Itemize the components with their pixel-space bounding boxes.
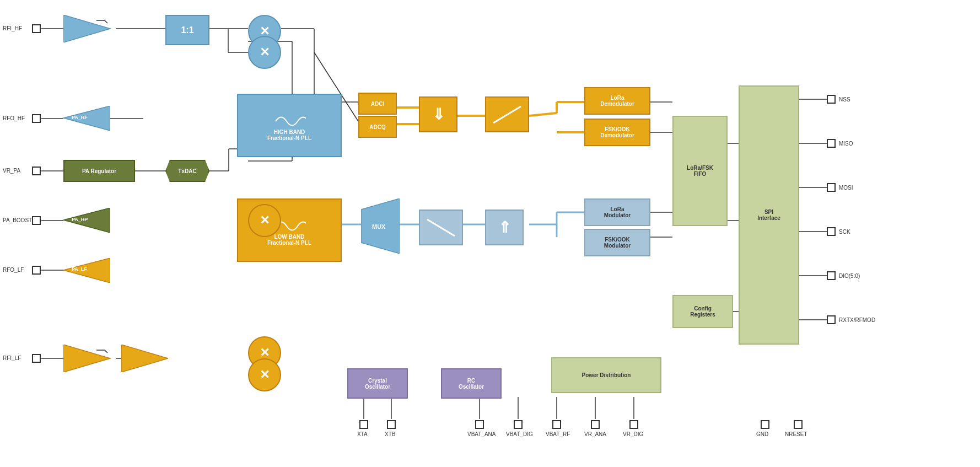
rfi-lf-terminal [32,354,41,363]
svg-marker-63 [63,345,110,372]
power-distribution-block: Power Distribution [551,357,661,393]
vbat-ana-label: VBAT_ANA [467,431,496,437]
adcq-block: ADCQ [358,116,397,138]
vbat-dig-label: VBAT_DIG [506,431,533,437]
pa-boost-label: PA_BOOST [3,217,32,223]
nss-label: NSS [839,96,850,103]
upsample-block: ⇑ [485,210,524,245]
dio-terminal [827,271,836,280]
crystal-oscillator-block: Crystal Oscillator [347,368,408,399]
pa-regulator-block: PA Regulator [63,160,135,182]
mux-block: MUX [361,198,400,254]
gnd-terminal [761,420,769,429]
sck-terminal [827,227,836,236]
dio-label: DIO(5:0) [839,273,860,279]
nreset-terminal [794,420,803,429]
rx-filter-block [485,96,529,132]
svg-text:MUX: MUX [372,223,386,230]
svg-line-59 [105,20,107,23]
gnd-label: GND [756,431,768,437]
vbat-rf-terminal [552,420,561,429]
vbat-rf-label: VBAT_RF [546,431,570,437]
rxtx-label: RXTX/RFMOD [839,317,875,323]
rfo-lf-terminal [32,266,41,275]
vr-dig-terminal [629,420,638,429]
lora-fsk-fifo-block: LoRa/FSK FIFO [672,116,728,226]
svg-marker-66 [121,345,168,372]
rfo-hf-terminal [32,114,41,123]
rfi-lf-label: RFI_LF [3,355,21,361]
mosi-terminal [827,183,836,192]
lna-lf-triangle [63,345,116,372]
mixer-hf-bottom: ✕ [248,36,281,69]
fsk-ook-mod-block: FSK/OOK Modulator [584,229,650,256]
lora-mod-block: LoRa Modulator [584,198,650,226]
spi-interface-block: SPI Interface [739,85,799,345]
pa-lf-label: PA_LF [72,266,87,272]
rxtx-terminal [827,315,836,324]
xta-label: XTA [357,431,368,437]
pa-hf-label: PA_HF [72,115,88,120]
mixer-lf-top: ✕ [248,204,281,237]
vr-dig-label: VR_DIG [623,431,643,437]
rc-oscillator-block: RC Oscillator [441,368,502,399]
high-band-pll-block: HIGH BAND Fractional-N PLL [237,94,342,157]
pa-hp-label: PA_HP [72,217,88,222]
vbat-ana-terminal [475,420,484,429]
txdac-block: TxDAC [165,160,209,182]
svg-marker-57 [63,15,110,42]
xtb-label: XTB [385,431,395,437]
config-registers-block: Config Registers [672,295,733,328]
mixer-lf-bottom2: ✕ [248,358,281,391]
xtb-terminal [387,420,396,429]
miso-label: MISO [839,141,853,147]
vbat-dig-terminal [514,420,523,429]
downsample-block: ⇓ [419,96,457,132]
nss-terminal [827,95,836,104]
ratio-block: 1:1 [165,15,209,45]
vr-ana-terminal [591,420,600,429]
svg-line-31 [529,113,557,116]
svg-line-65 [105,350,107,353]
lna-hf-triangle [63,15,116,42]
vr-pa-label: VR_PA [3,168,20,174]
vr-pa-terminal [32,167,41,175]
diagram-container: RFI_HF RFO_HF VR_PA PA_BOOST RFO_LF RFI_… [0,0,980,467]
adci-block: ADCI [358,93,397,115]
rfo-hf-label: RFO_HF [3,115,25,121]
sck-label: SCK [839,229,850,235]
nreset-label: NRESET [785,431,807,437]
lna-lf2-triangle [121,345,168,372]
vr-ana-label: VR_ANA [584,431,606,437]
tx-filter-block [419,210,463,245]
rfi-hf-label: RFI_HF [3,25,22,31]
rfo-lf-label: RFO_LF [3,267,24,273]
rfi-hf-terminal [32,24,41,33]
miso-terminal [827,139,836,148]
mosi-label: MOSI [839,185,853,191]
pa-boost-terminal [32,216,41,225]
lora-demod-block: LoRa Demodulator [584,87,650,115]
fsk-ook-demod-block: FSK/OOK Demodulator [584,119,650,146]
xta-terminal [359,420,368,429]
